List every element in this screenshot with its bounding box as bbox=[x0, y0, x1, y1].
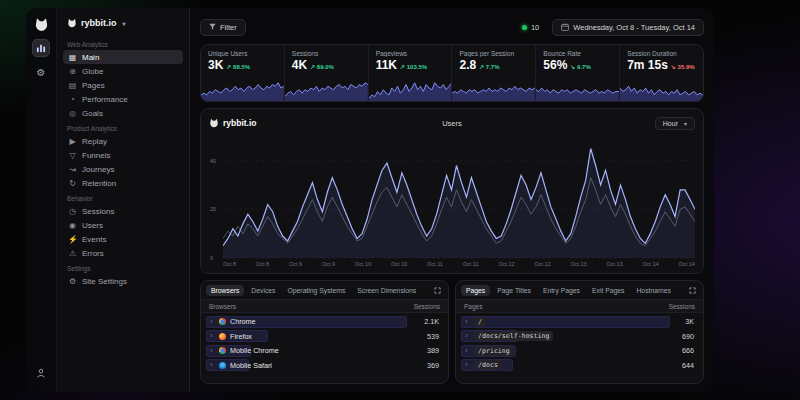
tab-hostnames[interactable]: Hostnames bbox=[631, 285, 675, 296]
sidebar-item-sessions[interactable]: ◷Sessions bbox=[63, 204, 183, 218]
x-axis-label: Oct 13 bbox=[570, 261, 586, 270]
chart-site-name: rybbit.io bbox=[223, 118, 257, 128]
chevron-right-icon: › bbox=[210, 318, 215, 326]
main-chart bbox=[223, 135, 695, 260]
row-value: 666 bbox=[682, 346, 694, 355]
funnels-icon: ▽ bbox=[68, 151, 77, 160]
pages-table-header: Pages Sessions bbox=[456, 299, 703, 313]
site-selector[interactable]: rybbit.io ▾ bbox=[63, 16, 183, 36]
row-label: Chrome bbox=[230, 317, 256, 326]
goals-icon: ◎ bbox=[68, 109, 77, 118]
rybbit-logo[interactable] bbox=[34, 17, 49, 32]
stat-change: ↗ 103.5% bbox=[400, 63, 427, 70]
retention-icon: ↻ bbox=[68, 179, 77, 188]
expand-button[interactable] bbox=[687, 287, 698, 294]
sidebar-item-errors[interactable]: ⚠Errors bbox=[63, 246, 183, 260]
table-row[interactable]: ›/pricing666 bbox=[461, 344, 698, 357]
stat-sparkline bbox=[369, 81, 452, 101]
sidebar-item-retention[interactable]: ↻Retention bbox=[63, 176, 183, 190]
sidebar-item-label: Replay bbox=[82, 137, 107, 146]
tab-screen-dimensions[interactable]: Screen Dimensions bbox=[352, 285, 421, 296]
pages-table-rows: ›/3K›/docs/self-hosting690›/pricing666›/… bbox=[456, 313, 703, 383]
bottom-cards: BrowsersDevicesOperating SystemsScreen D… bbox=[200, 280, 704, 384]
table-row[interactable]: ›/3K bbox=[461, 315, 698, 328]
table-row[interactable]: ›Chrome2.1K bbox=[206, 315, 443, 328]
sidebar-item-journeys[interactable]: ↝Journeys bbox=[63, 162, 183, 176]
dashboard-icon: ▦ bbox=[68, 53, 77, 62]
sidebar-item-main[interactable]: ▦Main bbox=[63, 50, 183, 64]
chrome-icon bbox=[219, 347, 226, 354]
stat-change: ↗ 89.0% bbox=[310, 63, 334, 70]
sidebar-section-label: Settings bbox=[67, 265, 179, 272]
tab-browsers[interactable]: Browsers bbox=[206, 285, 244, 296]
sidebar-item-label: Events bbox=[82, 235, 106, 244]
sidebar-item-funnels[interactable]: ▽Funnels bbox=[63, 148, 183, 162]
table-row[interactable]: ›/docs644 bbox=[461, 359, 698, 372]
sidebar-item-replay[interactable]: ▶Replay bbox=[63, 134, 183, 148]
sidebar-item-pages[interactable]: ▤Pages bbox=[63, 78, 183, 92]
row-label: /docs bbox=[474, 360, 502, 370]
filter-button[interactable]: Filter bbox=[200, 19, 246, 36]
rail-account-button[interactable] bbox=[32, 364, 50, 382]
tab-entry-pages[interactable]: Entry Pages bbox=[538, 285, 585, 296]
sessions-icon: ◷ bbox=[68, 207, 77, 216]
sidebar-item-globe[interactable]: ⊕Globe bbox=[63, 64, 183, 78]
sidebar-item-label: Users bbox=[82, 221, 103, 230]
x-axis-label: Oct 12 bbox=[498, 261, 514, 270]
stat-sparkline bbox=[285, 81, 368, 101]
date-range-label: Wednesday, Oct 8 - Tuesday, Oct 14 bbox=[573, 23, 695, 32]
sidebar-item-goals[interactable]: ◎Goals bbox=[63, 106, 183, 120]
tab-page-titles[interactable]: Page Titles bbox=[492, 285, 536, 296]
table-row[interactable]: ›Firefox539 bbox=[206, 330, 443, 343]
stat-main: 2.8↗ 7.7% bbox=[459, 58, 528, 72]
rail-analytics-button[interactable] bbox=[32, 39, 50, 57]
tab-exit-pages[interactable]: Exit Pages bbox=[587, 285, 630, 296]
online-users-badge[interactable]: 10 bbox=[517, 21, 544, 34]
y-axis-label: 0 bbox=[210, 255, 213, 261]
x-axis-label: Oct 10 bbox=[391, 261, 407, 270]
stat-pageviews: Pageviews11K↗ 103.5% bbox=[369, 45, 453, 101]
chevron-right-icon: › bbox=[465, 318, 470, 326]
filter-label: Filter bbox=[220, 23, 237, 32]
stat-value: 7m 15s bbox=[627, 58, 668, 72]
online-users-count: 10 bbox=[531, 23, 539, 32]
sidebar-item-users[interactable]: ◉Users bbox=[63, 218, 183, 232]
stat-change: ↘ 9.7% bbox=[570, 63, 590, 70]
table-row[interactable]: ›/docs/self-hosting690 bbox=[461, 330, 698, 343]
row-label: /pricing bbox=[474, 346, 514, 356]
nav-rail: ⚙ bbox=[26, 8, 56, 392]
tab-pages[interactable]: Pages bbox=[461, 285, 490, 296]
sidebar-item-label: Goals bbox=[82, 109, 103, 118]
interval-select[interactable]: Hour ▾ bbox=[655, 117, 695, 130]
date-range-button[interactable]: Wednesday, Oct 8 - Tuesday, Oct 14 bbox=[552, 19, 704, 36]
stat-label: Sessions bbox=[292, 50, 361, 57]
sparkline-chart bbox=[201, 81, 284, 101]
gear-icon: ⚙ bbox=[37, 68, 46, 78]
row-value: 389 bbox=[427, 346, 439, 355]
chevron-right-icon: › bbox=[465, 347, 470, 355]
tab-operating-systems[interactable]: Operating Systems bbox=[283, 285, 351, 296]
row-label: Firefox bbox=[230, 332, 252, 341]
y-axis-label: 20 bbox=[210, 206, 216, 212]
row-label: /docs/self-hosting bbox=[474, 331, 553, 341]
sidebar-item-events[interactable]: ⚡Events bbox=[63, 232, 183, 246]
x-axis-label: Oct 11 bbox=[463, 261, 479, 270]
stat-label: Pages per Session bbox=[459, 50, 528, 57]
expand-icon bbox=[434, 287, 441, 294]
sidebar-item-site-settings[interactable]: ⚙Site Settings bbox=[63, 274, 183, 288]
x-axis-label: Oct 14 bbox=[643, 261, 659, 270]
table-row[interactable]: ›Mobile Safari369 bbox=[206, 359, 443, 372]
table-row[interactable]: ›Mobile Chrome389 bbox=[206, 344, 443, 357]
sparkline-chart bbox=[369, 81, 452, 101]
row-bar bbox=[461, 316, 670, 328]
chevron-right-icon: › bbox=[465, 332, 470, 340]
rail-settings-button[interactable]: ⚙ bbox=[32, 64, 50, 82]
sidebar-item-performance[interactable]: ◔Performance bbox=[63, 92, 183, 106]
sidebar-item-label: Funnels bbox=[82, 151, 110, 160]
row-value: 3K bbox=[685, 317, 694, 326]
tab-devices[interactable]: Devices bbox=[246, 285, 280, 296]
stat-value: 4K bbox=[292, 58, 307, 72]
sidebar-item-label: Main bbox=[82, 53, 99, 62]
expand-button[interactable] bbox=[432, 287, 443, 294]
x-axis-label: Oct 14 bbox=[679, 261, 695, 270]
